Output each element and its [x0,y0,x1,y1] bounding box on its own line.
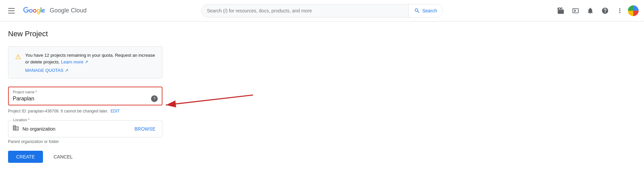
bell-icon [587,7,594,14]
account-avatar[interactable] [628,5,639,16]
project-name-input[interactable] [13,96,151,102]
edit-project-id-link[interactable]: EDIT [111,109,120,113]
more-vert-icon [616,7,624,14]
cloud-shell-button[interactable] [569,4,582,17]
browse-button[interactable]: BROWSE [132,125,158,133]
parent-org-hint: Parent organization or folder [8,139,162,144]
svg-line-1 [166,95,253,105]
location-label: Location * [12,118,31,122]
project-name-label: Project name * [13,90,158,94]
location-field: Location * No organization BROWSE [8,120,162,137]
cancel-button[interactable]: CANCEL [48,151,78,163]
main-content: New Project ⚠ You have 12 projects remai… [0,21,644,171]
cloud-text: Google Cloud [50,7,87,14]
project-id-text: Project ID: paraplan-436708. It cannot b… [8,107,162,115]
new-project-form: Project name * ? Project ID: paraplan-43… [8,87,162,163]
top-navigation: Google Cloud Search [0,0,644,21]
google-logo [23,7,46,14]
action-buttons: CREATE CANCEL [8,151,162,163]
page-title: New Project [8,30,636,38]
learn-more-link[interactable]: Learn more ↗ [61,59,88,64]
help-icon [601,7,609,14]
location-value: No organization [22,126,129,132]
search-icon [414,8,420,14]
search-button-label: Search [422,8,437,13]
quota-warning-box: ⚠ You have 12 projects remaining in your… [8,46,162,79]
warning-message: You have 12 projects remaining in your q… [25,53,155,64]
search-button[interactable]: Search [408,4,442,17]
more-options-button[interactable] [613,4,627,17]
hamburger-icon [8,7,16,15]
terminal-icon [572,7,579,14]
warning-text: You have 12 projects remaining in your q… [25,52,155,65]
project-name-help-icon[interactable]: ? [151,95,158,102]
organization-icon [12,125,19,133]
warning-content: You have 12 projects remaining in your q… [25,52,155,73]
notifications-button[interactable] [584,4,597,17]
project-name-field: Project name * ? [8,87,162,105]
manage-quotas-link[interactable]: MANAGE QUOTAS ↗ [25,68,68,73]
search-wrapper: Search [201,4,443,17]
nav-actions [554,4,639,17]
search-input[interactable] [202,8,409,13]
help-button[interactable] [598,4,612,17]
menu-button[interactable] [5,4,19,17]
google-cloud-logo[interactable]: Google Cloud [23,7,87,14]
gift-icon [557,7,564,14]
gift-button[interactable] [554,4,567,17]
warning-icon: ⚠ [15,53,21,61]
create-button[interactable]: CREATE [8,151,43,163]
annotation-arrow [159,88,260,112]
